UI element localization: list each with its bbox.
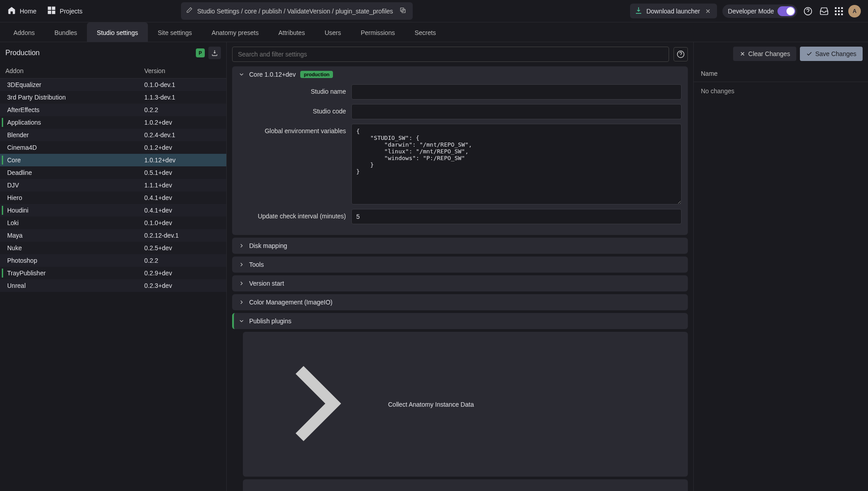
edit-icon [186, 7, 193, 15]
right-panel: Clear Changes Save Changes Name No chang… [693, 42, 868, 491]
chevron-right-icon [238, 280, 245, 287]
home-icon [7, 6, 16, 16]
addon-row[interactable]: TrayPublisher0.2.9+dev [0, 267, 226, 279]
developer-mode: Developer Mode [722, 4, 797, 18]
addon-row[interactable]: Houdini0.4.1+dev [0, 204, 226, 217]
update-interval-input[interactable] [351, 209, 682, 224]
addon-version: 1.1.3-dev.1 [144, 94, 221, 101]
addon-version: 0.1.0-dev.1 [144, 81, 221, 88]
center-toolbar [227, 42, 693, 66]
topbar: Home Projects Studio Settings / core / p… [0, 0, 868, 22]
subsection-color-management-imageio-[interactable]: Color Management (ImageIO) [232, 294, 688, 310]
chevron-right-icon [238, 243, 245, 249]
clear-changes-button[interactable]: Clear Changes [733, 47, 796, 61]
addon-row[interactable]: Nuke0.2.5+dev [0, 242, 226, 254]
addon-table: Addon Version 3DEqualizer0.1.0-dev.13rd … [0, 64, 226, 491]
chevron-down-icon [238, 71, 245, 78]
subsection-title: Color Management (ImageIO) [249, 299, 333, 306]
close-icon [739, 51, 746, 57]
copy-button[interactable] [397, 5, 408, 17]
main: Production P Addon Version 3DEqualizer0.… [0, 42, 868, 491]
addon-name: DJV [5, 182, 144, 189]
addon-row[interactable]: Cinema4D0.1.2+dev [0, 141, 226, 154]
field-update-interval: Update check interval (minutes) [238, 209, 682, 224]
addon-row[interactable]: Photoshop0.2.2 [0, 254, 226, 267]
env-vars-label: Global environment variables [238, 124, 346, 135]
addon-name: AfterEffects [5, 106, 144, 113]
subsection-version-start[interactable]: Version start [232, 275, 688, 291]
tab-permissions[interactable]: Permissions [351, 22, 405, 42]
addon-version: 0.4.1+dev [144, 207, 221, 214]
addon-row[interactable]: Applications1.0.2+dev [0, 116, 226, 129]
settings-help-button[interactable] [674, 47, 688, 61]
addon-version: 0.2.4-dev.1 [144, 131, 221, 139]
download-launcher[interactable]: Download launcher ✕ [630, 4, 717, 18]
inbox-button[interactable] [819, 6, 829, 17]
addon-name: Unreal [5, 282, 144, 289]
addon-row[interactable]: Core1.0.12+dev [0, 154, 226, 166]
addon-row[interactable]: Maya0.2.12-dev.1 [0, 229, 226, 242]
studio-code-label: Studio code [238, 104, 346, 115]
home-label: Home [20, 8, 36, 15]
subsection-disk-mapping[interactable]: Disk mapping [232, 238, 688, 254]
projects-nav[interactable]: Projects [47, 6, 82, 16]
tab-site-settings[interactable]: Site settings [148, 22, 202, 42]
subsection-collect-anatomy-instance-data[interactable]: Collect Anatomy Instance Data [243, 332, 688, 477]
addon-row[interactable]: Hiero0.4.1+dev [0, 191, 226, 204]
addon-name: Houdini [5, 207, 144, 214]
core-section-header[interactable]: Core 1.0.12+dev production [232, 66, 688, 83]
save-changes-button[interactable]: Save Changes [800, 47, 863, 61]
production-tag: production [300, 71, 333, 78]
subsection-collect-audio[interactable]: Collect Audio [243, 479, 688, 491]
home-nav[interactable]: Home [7, 6, 36, 16]
close-icon[interactable]: ✕ [704, 8, 713, 15]
sidebar-header: Production P [0, 42, 226, 64]
chevron-right-icon [238, 299, 245, 305]
tab-addons[interactable]: Addons [4, 22, 44, 42]
avatar-initial: A [853, 8, 857, 14]
col-addon: Addon [5, 67, 144, 74]
tab-users[interactable]: Users [315, 22, 351, 42]
help-button[interactable] [803, 6, 813, 17]
download-icon [635, 6, 643, 16]
addon-row[interactable]: Loki0.1.0+dev [0, 217, 226, 229]
addon-row[interactable]: 3rd Party Distribution1.1.3-dev.1 [0, 91, 226, 104]
tab-bundles[interactable]: Bundles [44, 22, 87, 42]
addon-row[interactable]: AfterEffects0.2.2 [0, 104, 226, 116]
addon-name: 3DEqualizer [5, 81, 144, 88]
breadcrumb[interactable]: Studio Settings / core / publish / Valid… [181, 2, 413, 20]
studio-name-input[interactable] [351, 84, 682, 100]
addon-row[interactable]: DJV1.1.1+dev [0, 179, 226, 191]
tab-anatomy-presets[interactable]: Anatomy presets [202, 22, 268, 42]
tab-studio-settings[interactable]: Studio settings [87, 22, 148, 42]
avatar[interactable]: A [848, 5, 861, 17]
tab-secrets[interactable]: Secrets [405, 22, 445, 42]
breadcrumb-text: Studio Settings / core / publish / Valid… [197, 8, 393, 15]
addon-version: 0.2.2 [144, 257, 221, 264]
addon-name: Hiero [5, 194, 144, 201]
subsection-tools[interactable]: Tools [232, 256, 688, 273]
addon-name: Applications [5, 119, 144, 126]
addon-row[interactable]: 3DEqualizer0.1.0-dev.1 [0, 78, 226, 91]
settings-scroll[interactable]: Core 1.0.12+dev production Studio name S… [227, 66, 693, 491]
studio-code-input[interactable] [351, 104, 682, 119]
dev-mode-toggle[interactable] [777, 6, 795, 16]
search-input[interactable] [232, 47, 669, 62]
chevron-right-icon [249, 336, 384, 472]
import-button[interactable] [208, 47, 221, 59]
chevron-down-icon [238, 318, 245, 324]
subsection-title: Version start [249, 280, 284, 287]
addon-row[interactable]: Deadline0.5.1+dev [0, 166, 226, 179]
env-vars-textarea[interactable] [351, 124, 682, 204]
tab-attributes[interactable]: Attributes [268, 22, 315, 42]
addon-row[interactable]: Unreal0.2.3+dev [0, 279, 226, 292]
addon-name: Core [5, 156, 144, 164]
addon-row[interactable]: Blender0.2.4-dev.1 [0, 129, 226, 141]
addon-version: 1.0.2+dev [144, 119, 221, 126]
subsection-publish-plugins[interactable]: Publish plugins [232, 313, 688, 329]
addon-version: 0.4.1+dev [144, 194, 221, 201]
topbar-left: Home Projects [7, 6, 82, 16]
addon-name: 3rd Party Distribution [5, 94, 144, 101]
right-panel-body: No changes [694, 82, 868, 100]
apps-menu[interactable] [835, 7, 843, 15]
